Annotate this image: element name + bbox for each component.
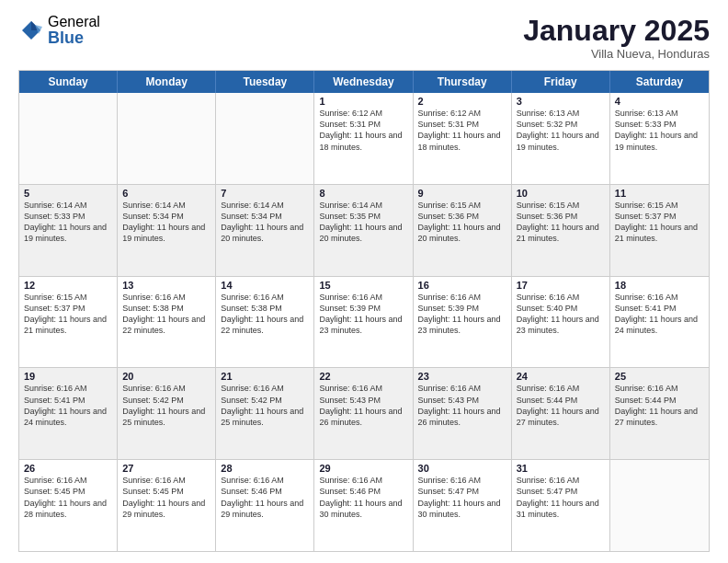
day-cell-5: 5Sunrise: 6:14 AM Sunset: 5:33 PM Daylig…: [19, 185, 118, 276]
day-info: Sunrise: 6:13 AM Sunset: 5:33 PM Dayligh…: [615, 108, 704, 153]
day-number: 5: [24, 188, 112, 199]
day-cell-1: 1Sunrise: 6:12 AM Sunset: 5:31 PM Daylig…: [314, 93, 413, 184]
day-number: 7: [221, 188, 309, 199]
empty-cell: [216, 93, 314, 184]
day-number: 10: [517, 188, 605, 199]
day-cell-15: 15Sunrise: 6:16 AM Sunset: 5:39 PM Dayli…: [314, 277, 413, 368]
calendar-header: SundayMondayTuesdayWednesdayThursdayFrid…: [19, 71, 709, 93]
day-cell-14: 14Sunrise: 6:16 AM Sunset: 5:38 PM Dayli…: [216, 277, 314, 368]
day-info: Sunrise: 6:16 AM Sunset: 5:44 PM Dayligh…: [615, 383, 704, 428]
day-number: 25: [615, 371, 704, 382]
day-info: Sunrise: 6:16 AM Sunset: 5:44 PM Dayligh…: [517, 383, 605, 428]
day-number: 9: [418, 188, 506, 199]
empty-cell: [118, 93, 216, 184]
day-number: 29: [319, 463, 407, 474]
day-cell-26: 26Sunrise: 6:16 AM Sunset: 5:45 PM Dayli…: [19, 460, 118, 551]
day-cell-19: 19Sunrise: 6:16 AM Sunset: 5:41 PM Dayli…: [19, 368, 118, 459]
subtitle: Villa Nueva, Honduras: [523, 47, 710, 61]
day-cell-28: 28Sunrise: 6:16 AM Sunset: 5:46 PM Dayli…: [216, 460, 314, 551]
day-info: Sunrise: 6:16 AM Sunset: 5:41 PM Dayligh…: [615, 292, 704, 337]
day-number: 31: [517, 463, 605, 474]
calendar-row-1: 1Sunrise: 6:12 AM Sunset: 5:31 PM Daylig…: [19, 93, 709, 185]
day-info: Sunrise: 6:16 AM Sunset: 5:47 PM Dayligh…: [517, 475, 605, 520]
day-cell-22: 22Sunrise: 6:16 AM Sunset: 5:43 PM Dayli…: [314, 368, 413, 459]
day-cell-9: 9Sunrise: 6:15 AM Sunset: 5:36 PM Daylig…: [414, 185, 512, 276]
day-info: Sunrise: 6:16 AM Sunset: 5:38 PM Dayligh…: [122, 292, 210, 337]
logo-text: General Blue: [48, 15, 100, 46]
day-number: 21: [221, 371, 309, 382]
day-cell-23: 23Sunrise: 6:16 AM Sunset: 5:43 PM Dayli…: [414, 368, 512, 459]
calendar: SundayMondayTuesdayWednesdayThursdayFrid…: [18, 70, 710, 552]
day-info: Sunrise: 6:16 AM Sunset: 5:41 PM Dayligh…: [24, 383, 112, 428]
header-day-wednesday: Wednesday: [314, 71, 413, 93]
day-cell-31: 31Sunrise: 6:16 AM Sunset: 5:47 PM Dayli…: [512, 460, 610, 551]
day-info: Sunrise: 6:16 AM Sunset: 5:46 PM Dayligh…: [319, 475, 407, 520]
logo-general: General: [48, 15, 100, 29]
day-cell-17: 17Sunrise: 6:16 AM Sunset: 5:40 PM Dayli…: [512, 277, 610, 368]
day-info: Sunrise: 6:14 AM Sunset: 5:34 PM Dayligh…: [122, 200, 210, 245]
day-number: 24: [517, 371, 605, 382]
day-number: 18: [615, 280, 704, 291]
day-cell-24: 24Sunrise: 6:16 AM Sunset: 5:44 PM Dayli…: [512, 368, 610, 459]
day-cell-11: 11Sunrise: 6:15 AM Sunset: 5:37 PM Dayli…: [610, 185, 709, 276]
logo-blue: Blue: [48, 29, 100, 46]
day-number: 28: [221, 463, 309, 474]
day-number: 27: [122, 463, 210, 474]
header-day-saturday: Saturday: [610, 71, 709, 93]
month-title: January 2025: [523, 15, 710, 47]
day-info: Sunrise: 6:16 AM Sunset: 5:42 PM Dayligh…: [221, 383, 309, 428]
day-cell-20: 20Sunrise: 6:16 AM Sunset: 5:42 PM Dayli…: [118, 368, 216, 459]
day-number: 3: [517, 96, 605, 107]
day-number: 17: [517, 280, 605, 291]
day-info: Sunrise: 6:16 AM Sunset: 5:45 PM Dayligh…: [122, 475, 210, 520]
day-cell-8: 8Sunrise: 6:14 AM Sunset: 5:35 PM Daylig…: [314, 185, 413, 276]
day-info: Sunrise: 6:16 AM Sunset: 5:46 PM Dayligh…: [221, 475, 309, 520]
day-number: 15: [319, 280, 407, 291]
calendar-row-5: 26Sunrise: 6:16 AM Sunset: 5:45 PM Dayli…: [19, 460, 709, 551]
day-cell-27: 27Sunrise: 6:16 AM Sunset: 5:45 PM Dayli…: [118, 460, 216, 551]
day-number: 30: [418, 463, 506, 474]
day-cell-3: 3Sunrise: 6:13 AM Sunset: 5:32 PM Daylig…: [512, 93, 610, 184]
day-info: Sunrise: 6:16 AM Sunset: 5:47 PM Dayligh…: [418, 475, 506, 520]
day-number: 22: [319, 371, 407, 382]
calendar-row-4: 19Sunrise: 6:16 AM Sunset: 5:41 PM Dayli…: [19, 368, 709, 460]
day-info: Sunrise: 6:13 AM Sunset: 5:32 PM Dayligh…: [517, 108, 605, 153]
page: General Blue January 2025 Villa Nueva, H…: [0, 0, 728, 563]
day-info: Sunrise: 6:16 AM Sunset: 5:39 PM Dayligh…: [319, 292, 407, 337]
day-info: Sunrise: 6:12 AM Sunset: 5:31 PM Dayligh…: [418, 108, 506, 153]
day-info: Sunrise: 6:16 AM Sunset: 5:39 PM Dayligh…: [418, 292, 506, 337]
logo-icon: [18, 17, 44, 43]
header-day-monday: Monday: [118, 71, 216, 93]
header: General Blue January 2025 Villa Nueva, H…: [18, 15, 710, 61]
day-info: Sunrise: 6:16 AM Sunset: 5:38 PM Dayligh…: [221, 292, 309, 337]
day-number: 14: [221, 280, 309, 291]
day-cell-16: 16Sunrise: 6:16 AM Sunset: 5:39 PM Dayli…: [414, 277, 512, 368]
day-info: Sunrise: 6:15 AM Sunset: 5:37 PM Dayligh…: [615, 200, 704, 245]
title-area: January 2025 Villa Nueva, Honduras: [523, 15, 710, 61]
day-info: Sunrise: 6:15 AM Sunset: 5:37 PM Dayligh…: [24, 292, 112, 337]
empty-cell: [610, 460, 709, 551]
day-info: Sunrise: 6:15 AM Sunset: 5:36 PM Dayligh…: [517, 200, 605, 245]
header-day-sunday: Sunday: [19, 71, 118, 93]
day-number: 2: [418, 96, 506, 107]
day-number: 4: [615, 96, 704, 107]
day-cell-12: 12Sunrise: 6:15 AM Sunset: 5:37 PM Dayli…: [19, 277, 118, 368]
day-cell-30: 30Sunrise: 6:16 AM Sunset: 5:47 PM Dayli…: [414, 460, 512, 551]
day-info: Sunrise: 6:15 AM Sunset: 5:36 PM Dayligh…: [418, 200, 506, 245]
day-number: 16: [418, 280, 506, 291]
day-cell-21: 21Sunrise: 6:16 AM Sunset: 5:42 PM Dayli…: [216, 368, 314, 459]
day-cell-6: 6Sunrise: 6:14 AM Sunset: 5:34 PM Daylig…: [118, 185, 216, 276]
day-info: Sunrise: 6:14 AM Sunset: 5:33 PM Dayligh…: [24, 200, 112, 245]
day-info: Sunrise: 6:16 AM Sunset: 5:43 PM Dayligh…: [319, 383, 407, 428]
day-info: Sunrise: 6:14 AM Sunset: 5:35 PM Dayligh…: [319, 200, 407, 245]
empty-cell: [19, 93, 118, 184]
day-number: 19: [24, 371, 112, 382]
header-day-thursday: Thursday: [414, 71, 512, 93]
calendar-row-2: 5Sunrise: 6:14 AM Sunset: 5:33 PM Daylig…: [19, 185, 709, 277]
calendar-body: 1Sunrise: 6:12 AM Sunset: 5:31 PM Daylig…: [19, 93, 709, 551]
day-number: 6: [122, 188, 210, 199]
day-cell-25: 25Sunrise: 6:16 AM Sunset: 5:44 PM Dayli…: [610, 368, 709, 459]
day-info: Sunrise: 6:12 AM Sunset: 5:31 PM Dayligh…: [319, 108, 407, 153]
day-cell-13: 13Sunrise: 6:16 AM Sunset: 5:38 PM Dayli…: [118, 277, 216, 368]
header-day-friday: Friday: [512, 71, 610, 93]
